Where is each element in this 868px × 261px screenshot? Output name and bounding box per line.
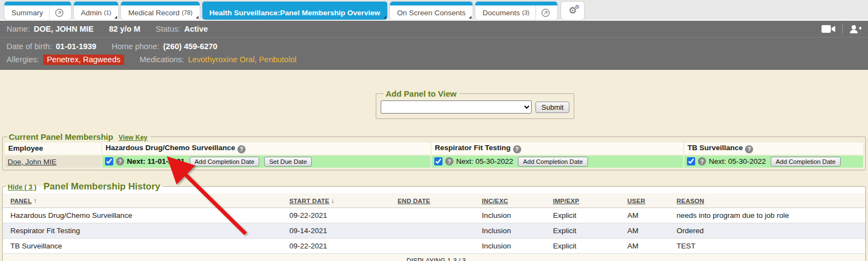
hide-link[interactable]: Hide ( 3 ) — [8, 183, 37, 191]
dob-value: 01-01-1939 — [56, 42, 96, 51]
add-completion-date-button[interactable]: Add Completion Date — [518, 157, 587, 167]
tab-accent-bar — [475, 2, 557, 5]
tab-bar: Summary Admin (1) Medical Record (78) He — [0, 0, 868, 21]
help-icon[interactable]: ? — [116, 157, 124, 165]
panel-column-header: PANEL↑ — [3, 193, 286, 208]
current-panel-data-row: Doe, John MIE ? Next: 11-01-2021 Add Com… — [5, 156, 863, 168]
help-icon[interactable]: ? — [698, 157, 706, 165]
end-date-cell — [394, 223, 479, 238]
sort-ascending-icon[interactable]: ↑ — [33, 197, 37, 205]
view-key-link[interactable]: View Key — [119, 134, 147, 141]
end-date-cell — [394, 238, 479, 253]
respirator-membership-checkbox[interactable] — [434, 157, 442, 165]
tab-label: Medical Record — [128, 9, 179, 17]
tab-dropdown-notch-icon[interactable] — [114, 16, 117, 19]
help-icon[interactable]: ? — [513, 145, 521, 153]
tab-label: Summary — [11, 9, 43, 17]
reason-column-header: REASON — [673, 193, 865, 208]
tab-accent-bar — [121, 2, 199, 5]
help-icon[interactable]: ? — [745, 145, 753, 153]
current-panel-header-row: Employee Hazardous Drug/Chemo Surveillan… — [5, 143, 863, 155]
tab-documents[interactable]: Documents (3) — [475, 2, 557, 20]
add-person-button[interactable] — [849, 25, 861, 34]
allergies-badge[interactable]: Penetrex, Ragweeds — [43, 55, 125, 65]
sort-descending-icon[interactable]: ↓ — [331, 197, 334, 205]
panel-cell: TB Surveillance — [3, 238, 286, 253]
user-cell: AM — [624, 238, 673, 253]
employee-link[interactable]: Doe, John MIE — [8, 158, 56, 166]
tab-accent-bar — [4, 2, 71, 5]
hazardous-membership-checkbox[interactable] — [105, 157, 113, 165]
inc-exc-cell: Inclusion — [479, 207, 550, 223]
respirator-cell: ? Next: 05-30-2022 Add Completion Date — [432, 156, 683, 168]
tab-dropdown-notch-icon[interactable] — [383, 16, 386, 19]
patient-banner: Name: DOE, JOHN MIE 82 y/o M Status: Act… — [0, 21, 868, 70]
panel-cell: Hazardous Drug/Chemo Surveillance — [3, 207, 286, 223]
tb-column-header: TB Surveillance? — [684, 143, 863, 155]
imp-exp-cell: Explicit — [550, 238, 624, 253]
open-new-window-icon — [541, 8, 550, 17]
tab-label: On Screen Consents — [397, 9, 465, 17]
tab-health-surveillance[interactable]: Health Surveillance:Panel Membership Ove… — [202, 2, 387, 20]
start-date-cell: 09-22-2021 — [286, 238, 394, 253]
tab-count: (78) — [182, 9, 193, 16]
current-panel-section: Current Panel Membership View Key Employ… — [2, 132, 866, 170]
tb-cell: ? Next: 05-30-2022 Add Completion Date — [684, 156, 863, 168]
next-due-text: Next: 05-30-2022 — [709, 157, 766, 165]
inc-exc-cell: Inclusion — [479, 223, 550, 238]
reason-cell: TEST — [673, 238, 865, 253]
popout-icon[interactable] — [535, 5, 550, 20]
medications-value: Levothyroxine Oral, Penbutolol — [188, 55, 296, 64]
end-date-cell — [394, 207, 479, 223]
tab-summary[interactable]: Summary — [4, 2, 71, 20]
history-table: PANEL↑ START DATE↓ END DATE INC/EXC IMP/… — [3, 193, 865, 261]
tab-dropdown-notch-icon[interactable] — [196, 16, 199, 19]
hazardous-cell: ? Next: 11-01-2021 Add Completion Date S… — [102, 156, 430, 168]
patient-age-sex: 82 y/o M — [109, 25, 140, 33]
tab-dropdown-notch-icon[interactable] — [469, 16, 471, 19]
tab-count: (3) — [522, 9, 529, 16]
imp-exp-cell: Explicit — [550, 207, 624, 223]
settings-button[interactable]: ⚙ ⚙ — [561, 2, 584, 20]
video-visit-button[interactable] — [822, 25, 836, 33]
divider — [842, 24, 843, 34]
help-icon[interactable]: ? — [445, 157, 453, 165]
tab-count: (1) — [104, 9, 111, 16]
phone-value: (260) 459-6270 — [163, 42, 217, 51]
panel-select[interactable] — [381, 100, 532, 114]
user-column-header: USER — [624, 193, 673, 208]
add-panel-section: Add Panel to View Submit — [376, 89, 574, 119]
dob-label: Date of birth: — [7, 42, 52, 51]
tab-label: Admin — [81, 9, 102, 17]
submit-button[interactable]: Submit — [535, 102, 569, 113]
tb-membership-checkbox[interactable] — [687, 157, 695, 165]
tab-admin[interactable]: Admin (1) — [74, 2, 119, 20]
tab-accent-bar — [202, 2, 387, 5]
respirator-column-header: Respirator Fit Testing? — [432, 143, 683, 155]
imp-exp-cell: Explicit — [550, 223, 624, 238]
displaying-count: DISPLAYING 1-3 / 3 — [3, 253, 865, 261]
popout-icon[interactable] — [49, 5, 64, 20]
status-value: Active — [184, 25, 208, 33]
set-due-date-button[interactable]: Set Due Date — [264, 157, 312, 167]
tab-accent-bar — [74, 2, 119, 5]
next-due-text: Next: 11-01-2021 — [127, 157, 185, 165]
help-icon[interactable]: ? — [237, 145, 246, 153]
tab-on-screen-consents[interactable]: On Screen Consents — [390, 2, 473, 20]
current-panel-table: Employee Hazardous Drug/Chemo Surveillan… — [4, 141, 864, 169]
start-date-cell: 09-22-2021 — [286, 207, 394, 223]
phone-label: Home phone: — [112, 42, 159, 51]
start-date-cell: 09-14-2021 — [286, 223, 394, 238]
open-new-window-icon — [55, 8, 64, 17]
name-label: Name: — [7, 25, 30, 33]
imp-exp-column-header: IMP/EXP — [550, 193, 624, 208]
allergies-label: Allergies: — [7, 55, 39, 64]
add-completion-date-button[interactable]: Add Completion Date — [190, 157, 259, 167]
table-row: Hazardous Drug/Chemo Surveillance 09-22-… — [3, 207, 865, 223]
tab-medical-record[interactable]: Medical Record (78) — [121, 2, 199, 20]
add-completion-date-button[interactable]: Add Completion Date — [771, 157, 840, 167]
table-row: TB Surveillance 09-22-2021 Inclusion Exp… — [3, 238, 865, 253]
tab-label: Health Surveillance:Panel Membership Ove… — [209, 9, 380, 17]
tab-label: Documents — [482, 9, 520, 17]
main-content: Add Panel to View Submit Current Panel M… — [0, 70, 868, 261]
